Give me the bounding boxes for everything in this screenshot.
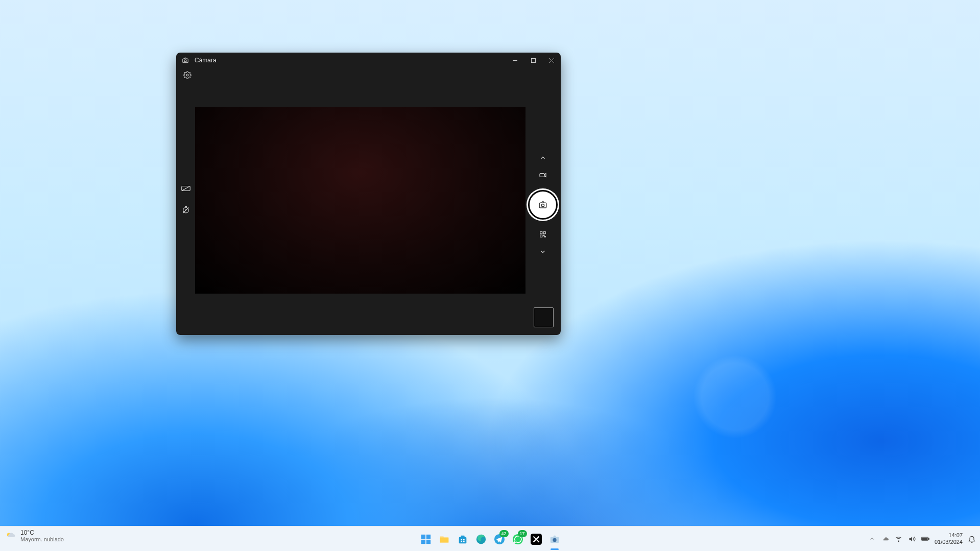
app-camera-icon — [181, 56, 189, 64]
settings-button[interactable] — [182, 70, 193, 80]
svg-rect-26 — [459, 537, 466, 543]
svg-rect-23 — [421, 540, 425, 544]
weather-icon — [5, 530, 16, 543]
svg-rect-27 — [461, 536, 464, 538]
gallery-thumbnail-button[interactable] — [534, 307, 554, 327]
video-mode-button[interactable] — [537, 170, 548, 181]
x-twitter-button[interactable] — [529, 532, 543, 546]
svg-rect-15 — [540, 232, 542, 234]
svg-point-6 — [186, 74, 188, 76]
camera-viewfinder — [195, 107, 525, 294]
active-app-indicator — [551, 548, 559, 550]
svg-rect-16 — [543, 232, 545, 234]
mode-next-button[interactable] — [537, 246, 548, 257]
close-button[interactable] — [542, 53, 561, 68]
svg-point-14 — [541, 204, 544, 207]
telegram-badge: 42 — [499, 530, 509, 537]
svg-rect-19 — [545, 236, 546, 237]
shutter-button[interactable] — [528, 190, 558, 220]
taskbar-clock[interactable]: 14:07 01/03/2024 — [935, 532, 963, 545]
microsoft-store-button[interactable] — [456, 532, 470, 546]
svg-rect-41 — [928, 538, 929, 540]
volume-icon[interactable] — [908, 535, 916, 543]
svg-rect-22 — [426, 535, 430, 539]
maximize-button[interactable] — [524, 53, 542, 68]
onedrive-icon[interactable] — [881, 535, 890, 543]
svg-rect-11 — [540, 174, 544, 177]
svg-rect-17 — [540, 235, 542, 237]
svg-rect-18 — [543, 235, 544, 236]
svg-rect-30 — [461, 541, 462, 542]
minimize-button[interactable] — [506, 53, 524, 68]
weather-condition: Mayorm. nublado — [20, 536, 64, 543]
right-tool-column — [530, 152, 556, 257]
qr-scan-mode-button[interactable] — [537, 229, 548, 240]
whatsapp-badge: 17 — [518, 530, 527, 537]
telegram-button[interactable]: 42 — [492, 532, 507, 546]
battery-icon[interactable] — [921, 535, 929, 543]
weather-temperature: 10°C — [20, 530, 64, 536]
wifi-icon[interactable] — [895, 535, 903, 543]
weather-widget[interactable]: 10°C Mayorm. nublado — [5, 530, 64, 543]
file-explorer-button[interactable] — [437, 532, 451, 546]
svg-rect-31 — [463, 541, 464, 542]
system-tray: 14:07 01/03/2024 — [868, 526, 976, 551]
svg-point-1 — [184, 60, 186, 62]
svg-rect-21 — [421, 535, 425, 539]
svg-line-8 — [182, 186, 189, 190]
svg-marker-39 — [910, 537, 913, 541]
svg-rect-3 — [531, 58, 535, 62]
whatsapp-button[interactable]: 17 — [511, 532, 525, 546]
tray-overflow-button[interactable] — [868, 535, 876, 543]
svg-rect-42 — [922, 538, 927, 540]
svg-rect-28 — [461, 539, 462, 540]
clock-date: 01/03/2024 — [935, 539, 963, 545]
mode-prev-button[interactable] — [537, 152, 548, 163]
svg-rect-24 — [426, 540, 430, 544]
start-button[interactable] — [419, 532, 433, 546]
svg-rect-29 — [463, 539, 464, 540]
left-tool-column — [180, 183, 192, 215]
svg-rect-13 — [539, 203, 546, 208]
clock-time: 14:07 — [935, 532, 963, 539]
edge-browser-button[interactable] — [474, 532, 488, 546]
timer-toggle-button[interactable] — [180, 204, 192, 215]
camera-app-window: Cámara — [176, 53, 561, 335]
camera-app-taskbar-button[interactable] — [547, 532, 562, 546]
hdr-toggle-button[interactable] — [180, 183, 192, 194]
notifications-button[interactable] — [968, 535, 976, 543]
taskbar-center: 42 17 — [419, 528, 562, 551]
svg-point-38 — [898, 541, 899, 541]
window-title: Cámara — [195, 57, 217, 64]
svg-point-37 — [553, 538, 556, 542]
svg-rect-0 — [183, 59, 188, 63]
taskbar: 10°C Mayorm. nublado 42 17 — [0, 526, 980, 551]
title-bar[interactable]: Cámara — [176, 53, 561, 68]
svg-rect-25 — [440, 538, 448, 542]
